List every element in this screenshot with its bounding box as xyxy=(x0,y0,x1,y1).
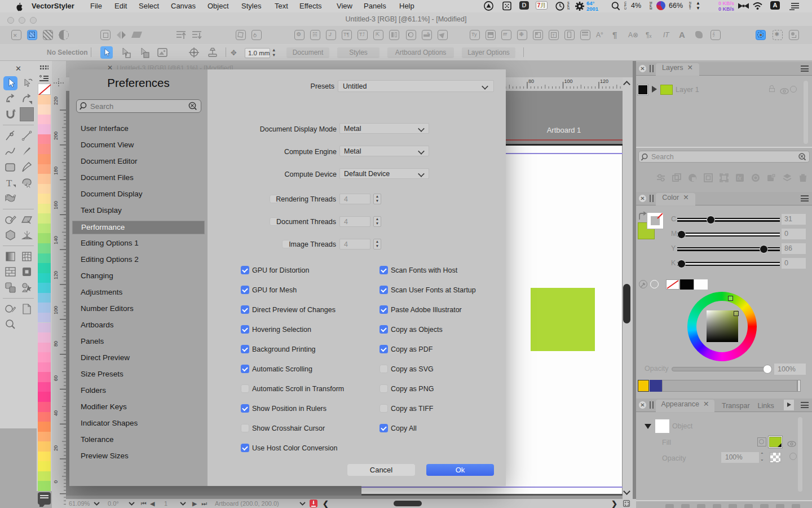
svg-text:fx: fx xyxy=(737,175,742,181)
svg-text:T: T xyxy=(6,178,12,189)
